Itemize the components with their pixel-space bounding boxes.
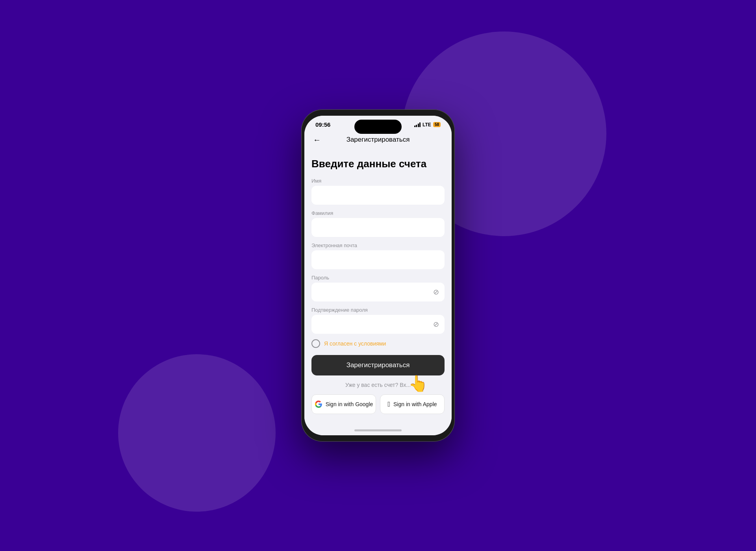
terms-row[interactable]: Я согласен с условиями bbox=[311, 339, 445, 348]
password-input-wrap: ⊘ bbox=[311, 283, 445, 301]
dynamic-island bbox=[354, 120, 402, 134]
email-input[interactable] bbox=[317, 256, 439, 263]
confirm-password-input[interactable] bbox=[317, 321, 433, 328]
status-time: 09:56 bbox=[315, 121, 330, 128]
apple-signin-label: Sign in with Apple bbox=[393, 401, 437, 407]
first-name-label: Имя bbox=[311, 178, 445, 184]
confirm-password-input-wrap: ⊘ bbox=[311, 315, 445, 334]
status-right-icons: LTE 58 bbox=[414, 122, 441, 128]
apple-signin-button[interactable]:  Sign in with Apple bbox=[380, 394, 445, 414]
google-icon bbox=[315, 400, 322, 408]
bg-circle-bottom-left bbox=[118, 354, 276, 512]
signal-icon bbox=[414, 122, 421, 127]
already-account-label: Уже у вас есть счет? Вх... bbox=[345, 382, 411, 388]
password-label: Пароль bbox=[311, 275, 445, 281]
last-name-field-group: Фамилия bbox=[311, 210, 445, 237]
signal-bar-4 bbox=[419, 122, 421, 127]
email-label: Электронная почта bbox=[311, 242, 445, 248]
status-bar: 09:56 LTE 58 bbox=[304, 116, 452, 130]
lte-label: LTE bbox=[422, 122, 431, 128]
phone-frame: 09:56 LTE 58 ← Зарегистрироваться bbox=[301, 109, 455, 442]
page-title: Введите данные счета bbox=[311, 158, 445, 170]
terms-radio[interactable] bbox=[311, 339, 320, 348]
password-input[interactable] bbox=[317, 288, 433, 296]
back-arrow-icon: ← bbox=[313, 135, 321, 144]
confirm-password-eye-icon[interactable]: ⊘ bbox=[433, 320, 439, 329]
back-button[interactable]: ← bbox=[311, 133, 323, 146]
last-name-input-wrap bbox=[311, 218, 445, 237]
nav-title: Зарегистрироваться bbox=[323, 136, 433, 144]
home-indicator bbox=[354, 429, 402, 431]
register-button[interactable]: Зарегистрироваться bbox=[311, 355, 445, 375]
already-account-text: Уже у вас есть счет? Вх... bbox=[311, 382, 445, 388]
email-field-group: Электронная почта bbox=[311, 242, 445, 269]
last-name-label: Фамилия bbox=[311, 210, 445, 216]
social-buttons-row: Sign in with Google  Sign in with Apple bbox=[311, 394, 445, 418]
email-input-wrap bbox=[311, 250, 445, 269]
signal-bar-2 bbox=[416, 125, 417, 127]
phone-screen: 09:56 LTE 58 ← Зарегистрироваться bbox=[304, 116, 452, 435]
google-signin-button[interactable]: Sign in with Google bbox=[311, 394, 376, 414]
password-field-group: Пароль ⊘ bbox=[311, 275, 445, 301]
first-name-input-wrap bbox=[311, 186, 445, 205]
battery-badge: 58 bbox=[433, 122, 441, 127]
terms-text: Я согласен с условиями bbox=[324, 340, 386, 347]
signal-bar-3 bbox=[418, 124, 419, 127]
register-button-label: Зарегистрироваться bbox=[346, 361, 410, 369]
content-area: Введите данные счета Имя Фамилия Электро… bbox=[304, 150, 452, 435]
confirm-password-field-group: Подтверждение пароля ⊘ bbox=[311, 307, 445, 334]
google-signin-label: Sign in with Google bbox=[326, 401, 373, 407]
last-name-input[interactable] bbox=[317, 224, 439, 231]
apple-icon:  bbox=[387, 401, 390, 408]
password-eye-icon[interactable]: ⊘ bbox=[433, 288, 439, 296]
signal-bar-1 bbox=[414, 126, 415, 127]
confirm-password-label: Подтверждение пароля bbox=[311, 307, 445, 313]
first-name-field-group: Имя bbox=[311, 178, 445, 205]
first-name-input[interactable] bbox=[317, 192, 439, 199]
